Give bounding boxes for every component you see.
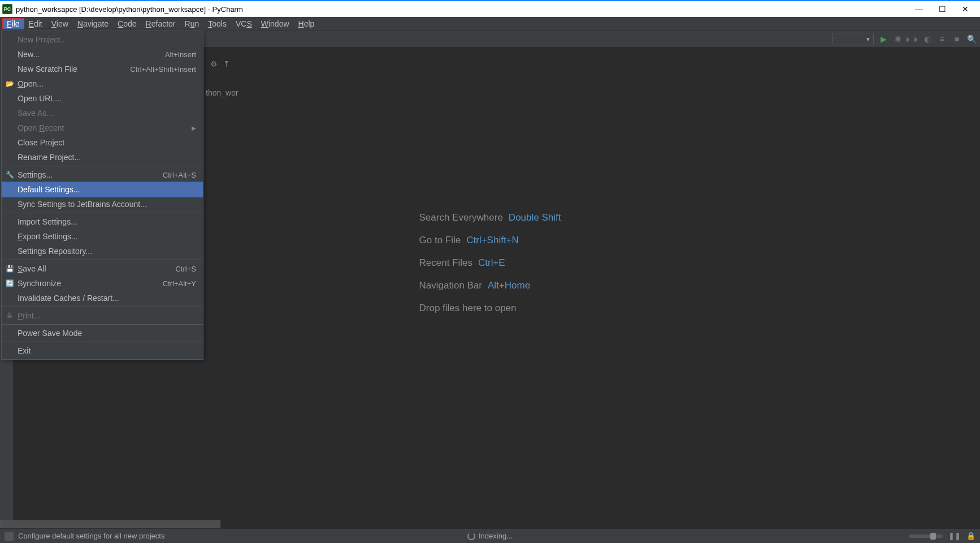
menu-item-label: Settings... xyxy=(18,170,53,179)
file-menu-item-invalidate-caches-restart[interactable]: Invalidate Caches / Restart... xyxy=(2,291,203,305)
menu-vcs[interactable]: VCS xyxy=(231,18,257,29)
hint-label: Drop files here to open xyxy=(419,303,517,313)
combo-arrow-icon: ▾ xyxy=(866,36,870,43)
editor-hint-row: Search EverywhereDouble Shift xyxy=(419,212,561,223)
menu-item-shortcut: Ctrl+Alt+Shift+Insert xyxy=(130,65,196,74)
file-menu-item-sync-settings-to-jetbrains-account[interactable]: Sync Settings to JetBrains Account... xyxy=(2,197,203,212)
menu-item-label: Open Recent xyxy=(18,123,64,132)
file-menu-item-settings[interactable]: 🔧Settings...Ctrl+Alt+S xyxy=(2,167,203,182)
editor-hint-row: Recent FilesCtrl+E xyxy=(419,257,561,269)
file-menu-item-rename-project[interactable]: Rename Project... xyxy=(2,150,203,165)
project-name-fragment: thon_wor xyxy=(206,88,239,97)
menu-item-label: Exit xyxy=(18,346,31,355)
progress-slider[interactable] xyxy=(909,535,943,538)
menu-item-shortcut: Alt+Insert xyxy=(165,50,196,59)
menu-navigate[interactable]: Navigate xyxy=(73,18,113,29)
submenu-arrow-icon: ▶ xyxy=(192,125,196,131)
indexing-label: Indexing... xyxy=(479,532,513,540)
file-menu-item-settings-repository[interactable]: Settings Repository... xyxy=(2,244,203,258)
file-menu-item-print: 🖶Print... xyxy=(2,308,203,323)
menu-refactor[interactable]: Refactor xyxy=(141,18,180,29)
hint-shortcut: Ctrl+E xyxy=(478,257,505,268)
file-menu-item-new-scratch-file[interactable]: New Scratch FileCtrl+Alt+Shift+Insert xyxy=(2,62,203,76)
file-menu-item-import-settings[interactable]: Import Settings... xyxy=(2,214,203,229)
pause-icon[interactable]: ❚❚ xyxy=(948,532,961,540)
editor-hint-row: Navigation BarAlt+Home xyxy=(419,280,561,291)
file-menu-item-open-recent: Open Recent▶ xyxy=(2,120,203,135)
status-message: Configure default settings for all new p… xyxy=(18,532,164,540)
window-close-button[interactable]: ✕ xyxy=(962,5,969,14)
file-menu-item-default-settings[interactable]: Default Settings... xyxy=(2,182,203,197)
file-menu-dropdown: New Project...New...Alt+InsertNew Scratc… xyxy=(1,31,203,360)
menu-item-label: Print... xyxy=(18,311,40,320)
spinner-icon xyxy=(467,532,475,540)
menu-separator xyxy=(2,307,203,307)
menu-help[interactable]: Help xyxy=(294,18,319,29)
list-icon[interactable]: ≡ xyxy=(937,34,947,44)
file-menu-item-open-url[interactable]: Open URL... xyxy=(2,91,203,106)
horizontal-scrollbar[interactable] xyxy=(0,520,220,528)
collapse-icon[interactable]: ⤒ xyxy=(223,59,230,68)
menu-tools[interactable]: Tools xyxy=(203,18,231,29)
editor-hint-row: Go to FileCtrl+Shift+N xyxy=(419,235,561,246)
menu-item-shortcut: Ctrl+Alt+S xyxy=(163,171,196,179)
status-indicator-icon[interactable] xyxy=(5,532,14,541)
file-menu-item-open[interactable]: 📂Open... xyxy=(2,76,203,91)
menu-item-label: Export Settings... xyxy=(18,232,78,241)
menu-separator xyxy=(2,166,203,166)
profile-icon[interactable]: ◐ xyxy=(922,34,933,44)
menu-item-label: Save All xyxy=(18,264,46,273)
file-menu-item-synchronize[interactable]: 🔄SynchronizeCtrl+Alt+Y xyxy=(2,276,203,291)
file-menu-item-close-project[interactable]: Close Project xyxy=(2,135,203,150)
menu-item-label: Sync Settings to JetBrains Account... xyxy=(18,200,147,209)
file-menu-item-new[interactable]: New...Alt+Insert xyxy=(2,47,203,62)
menu-item-label: Settings Repository... xyxy=(18,247,92,256)
menu-separator xyxy=(2,324,203,325)
file-menu-item-power-save-mode[interactable]: Power Save Mode xyxy=(2,326,203,341)
menu-item-shortcut: Ctrl+Alt+Y xyxy=(163,279,196,288)
coverage-icon[interactable]: ⏵⏵ xyxy=(908,34,918,44)
hint-label: Navigation Bar xyxy=(419,280,483,291)
menu-view[interactable]: View xyxy=(47,18,73,29)
file-menu-item-new-project: New Project... xyxy=(2,32,203,47)
menu-code[interactable]: Code xyxy=(113,18,141,29)
menu-item-label: Import Settings... xyxy=(18,217,77,226)
save-icon: 💾 xyxy=(5,264,14,273)
menu-item-label: Power Save Mode xyxy=(18,329,82,338)
menu-window[interactable]: Window xyxy=(257,18,294,29)
menu-item-label: Open URL... xyxy=(18,94,62,103)
menu-item-label: Default Settings... xyxy=(18,185,80,194)
menu-file[interactable]: File xyxy=(2,18,24,29)
hint-label: Search Everywhere xyxy=(419,212,503,223)
menu-item-label: Open... xyxy=(18,79,44,88)
statusbar: Configure default settings for all new p… xyxy=(0,528,980,543)
menu-run[interactable]: Run xyxy=(180,18,204,29)
gear-icon[interactable]: ⚙ xyxy=(210,59,218,68)
file-menu-item-export-settings[interactable]: Export Settings... xyxy=(2,229,203,244)
search-icon[interactable]: 🔍 xyxy=(966,34,977,44)
folder-icon: 📂 xyxy=(5,79,14,88)
hint-label: Recent Files xyxy=(419,257,472,268)
window-minimize-button[interactable]: — xyxy=(915,5,923,14)
window-title: python_worksapce [D:\develop\python\pyth… xyxy=(16,5,915,14)
sync-icon: 🔄 xyxy=(5,279,14,288)
stop-icon[interactable]: ■ xyxy=(952,34,962,44)
file-menu-item-exit[interactable]: Exit xyxy=(2,343,203,358)
window-maximize-button[interactable]: ☐ xyxy=(939,5,946,14)
titlebar: PC python_worksapce [D:\develop\python\p… xyxy=(0,0,980,17)
print-icon: 🖶 xyxy=(5,311,14,320)
menu-item-label: New Project... xyxy=(18,35,67,44)
lock-icon[interactable]: 🔒 xyxy=(966,532,975,540)
app-icon: PC xyxy=(2,4,12,14)
run-icon[interactable]: ▶ xyxy=(878,34,888,44)
file-menu-item-save-as: Save As... xyxy=(2,106,203,120)
editor-placeholder: Search EverywhereDouble ShiftGo to FileC… xyxy=(419,201,561,325)
debug-icon[interactable]: ✱ xyxy=(893,34,903,44)
menu-item-label: Save As... xyxy=(18,109,53,118)
menu-edit[interactable]: Edit xyxy=(24,18,47,29)
menubar: FileEditViewNavigateCodeRefactorRunTools… xyxy=(0,17,980,31)
file-menu-item-save-all[interactable]: 💾Save AllCtrl+S xyxy=(2,261,203,276)
editor-hint-row: Drop files here to open xyxy=(419,303,561,314)
menu-item-label: Rename Project... xyxy=(18,153,81,162)
run-configuration-combo[interactable]: ▾ xyxy=(832,33,874,45)
